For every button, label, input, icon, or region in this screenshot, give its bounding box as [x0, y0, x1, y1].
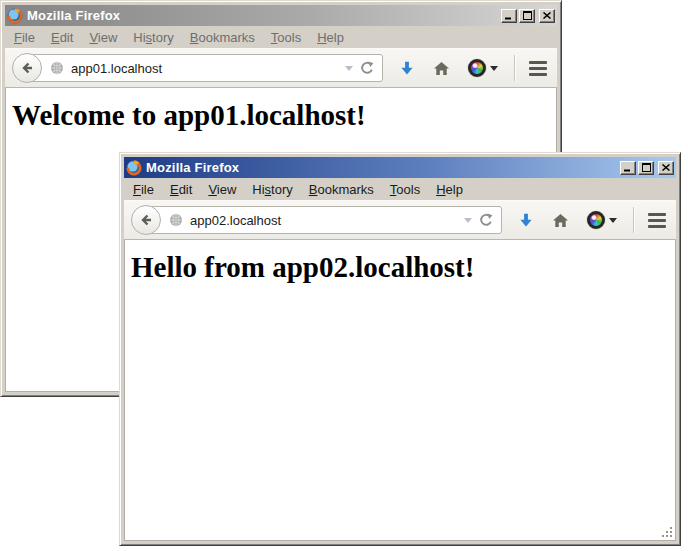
menu-item-help[interactable]: Help	[429, 180, 470, 199]
minimize-icon	[505, 11, 513, 20]
close-icon	[543, 12, 551, 19]
color-wheel-icon	[468, 59, 486, 77]
home-icon	[433, 61, 450, 76]
back-arrow-icon	[138, 212, 154, 228]
reload-icon[interactable]	[360, 61, 374, 75]
download-button[interactable]	[518, 213, 534, 228]
toolbar-separator	[633, 207, 634, 233]
menu-item-help[interactable]: Help	[310, 28, 351, 47]
menu-panel-button[interactable]	[648, 213, 666, 228]
chevron-down-icon	[490, 66, 498, 75]
back-button[interactable]	[12, 53, 42, 83]
toolbar-button-group	[518, 211, 617, 229]
desktop: Mozilla Firefox File Edit View History B…	[0, 0, 688, 551]
urlbar-dropdown-icon[interactable]	[345, 66, 353, 75]
window-title: Mozilla Firefox	[27, 8, 497, 23]
page-heading: Hello from app02.localhost!	[131, 251, 669, 284]
page-heading: Welcome to app01.localhost!	[12, 99, 550, 132]
menu-item-edit[interactable]: Edit	[163, 180, 199, 199]
resize-grip[interactable]	[660, 525, 674, 539]
reload-icon[interactable]	[479, 213, 493, 227]
maximize-button[interactable]	[519, 9, 535, 23]
color-wheel-icon	[587, 211, 605, 229]
minimize-button[interactable]	[501, 9, 517, 23]
home-icon	[552, 213, 569, 228]
page-content: Hello from app02.localhost!	[124, 240, 676, 541]
close-button[interactable]	[539, 9, 555, 23]
addon-button[interactable]	[587, 211, 617, 229]
url-text[interactable]: app02.localhost	[190, 213, 457, 228]
menu-item-view[interactable]: View	[201, 180, 243, 199]
download-arrow-icon	[518, 213, 534, 228]
download-button[interactable]	[399, 61, 415, 76]
hamburger-menu-icon	[648, 213, 666, 216]
browser-window-app02: Mozilla Firefox File Edit View History B…	[119, 152, 681, 546]
chevron-down-icon	[609, 218, 617, 227]
globe-icon	[169, 213, 183, 227]
menu-item-file[interactable]: File	[7, 28, 42, 47]
download-arrow-icon	[399, 61, 415, 76]
menu-item-bookmarks[interactable]: Bookmarks	[302, 180, 381, 199]
title-bar[interactable]: Mozilla Firefox	[5, 5, 557, 26]
navigation-toolbar: app02.localhost	[124, 200, 676, 240]
maximize-button[interactable]	[638, 161, 654, 175]
back-button[interactable]	[131, 205, 161, 235]
url-text[interactable]: app01.localhost	[71, 61, 338, 76]
menu-item-tools[interactable]: Tools	[383, 180, 427, 199]
hamburger-menu-icon	[529, 61, 547, 64]
home-button[interactable]	[552, 213, 569, 228]
back-arrow-icon	[19, 60, 35, 76]
menu-item-edit[interactable]: Edit	[44, 28, 80, 47]
firefox-logo-icon	[7, 8, 23, 24]
firefox-logo-icon	[126, 160, 142, 176]
addon-button[interactable]	[468, 59, 498, 77]
menu-bar: File Edit View History Bookmarks Tools H…	[5, 26, 557, 48]
urlbar-dropdown-icon[interactable]	[464, 218, 472, 227]
url-bar[interactable]: app02.localhost	[145, 206, 502, 234]
menu-item-history[interactable]: History	[245, 180, 299, 199]
toolbar-button-group	[399, 59, 498, 77]
close-button[interactable]	[658, 161, 674, 175]
window-title: Mozilla Firefox	[146, 160, 616, 175]
menu-panel-button[interactable]	[529, 61, 547, 76]
menu-item-history[interactable]: History	[126, 28, 180, 47]
menu-item-tools[interactable]: Tools	[264, 28, 308, 47]
menu-bar: File Edit View History Bookmarks Tools H…	[124, 178, 676, 200]
globe-icon	[50, 61, 64, 75]
url-bar[interactable]: app01.localhost	[26, 54, 383, 82]
maximize-icon	[642, 163, 651, 172]
window-controls	[501, 9, 555, 23]
title-bar[interactable]: Mozilla Firefox	[124, 157, 676, 178]
home-button[interactable]	[433, 61, 450, 76]
navigation-toolbar: app01.localhost	[5, 48, 557, 88]
minimize-button[interactable]	[620, 161, 636, 175]
window-controls	[620, 161, 674, 175]
menu-item-view[interactable]: View	[82, 28, 124, 47]
menu-item-bookmarks[interactable]: Bookmarks	[183, 28, 262, 47]
maximize-icon	[523, 11, 532, 20]
close-icon	[662, 164, 670, 171]
minimize-icon	[624, 163, 632, 172]
menu-item-file[interactable]: File	[126, 180, 161, 199]
toolbar-separator	[514, 55, 515, 81]
